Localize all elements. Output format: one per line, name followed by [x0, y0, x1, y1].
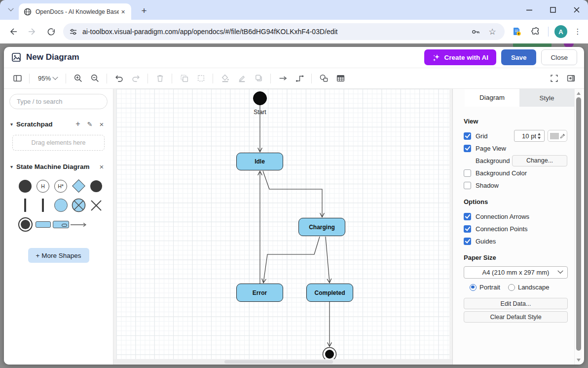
landscape-radio[interactable]: [508, 284, 515, 291]
guides-checkbox[interactable]: [464, 238, 471, 245]
state-error[interactable]: Error: [236, 284, 283, 302]
initial-state-node[interactable]: [254, 92, 267, 105]
edge-idle-to-charging[interactable]: [263, 171, 322, 217]
copy-style-icon[interactable]: [177, 71, 191, 86]
new-tab-button[interactable]: +: [137, 4, 151, 18]
shape-transition[interactable]: [70, 215, 87, 234]
reload-icon[interactable]: [43, 24, 59, 40]
close-button[interactable]: Close: [541, 49, 577, 65]
shape-fork[interactable]: [16, 196, 34, 215]
scratchpad-edit-icon[interactable]: ✎: [85, 119, 95, 129]
minimize-icon[interactable]: [525, 5, 534, 14]
shape-state[interactable]: [34, 215, 52, 234]
back-icon[interactable]: [5, 24, 21, 40]
elbow-connector-icon[interactable]: [292, 71, 307, 86]
shape-junction[interactable]: [87, 176, 105, 196]
password-key-icon[interactable]: [469, 25, 482, 38]
diagram-canvas[interactable]: Start Idle Charging Error Completed: [113, 89, 452, 365]
url-text[interactable]: ai-toolbox.visual-paradigm.com/app/opend…: [82, 28, 465, 36]
url-bar[interactable]: ai-toolbox.visual-paradigm.com/app/opend…: [63, 23, 505, 40]
shape-final-state[interactable]: [16, 215, 34, 234]
create-with-ai-button[interactable]: Create with AI: [424, 49, 496, 65]
grid-size-input[interactable]: [514, 132, 536, 140]
app-vertical-scrollbar[interactable]: [574, 89, 582, 365]
scroll-up-icon[interactable]: [577, 92, 581, 95]
select-marquee-icon[interactable]: [193, 71, 208, 86]
zoom-in-icon[interactable]: [71, 71, 85, 86]
shape-entry-point[interactable]: [52, 196, 70, 215]
shadow-checkbox[interactable]: [464, 182, 471, 189]
portrait-radio[interactable]: [470, 284, 477, 291]
caret-down-icon[interactable]: ▾: [10, 164, 13, 169]
scratchpad-header[interactable]: ▾ Scratchpad + ✎ ×: [4, 116, 113, 132]
clear-default-style-button[interactable]: Clear Default Style: [464, 311, 568, 323]
background-color-checkbox[interactable]: [464, 169, 471, 177]
edge-charging-to-completed[interactable]: [326, 237, 330, 283]
shape-section-header[interactable]: ▾ State Machine Diagram ×: [4, 159, 113, 174]
tab-style[interactable]: Style: [519, 89, 574, 107]
tab-search-button[interactable]: [4, 3, 17, 16]
scratchpad-add-icon[interactable]: +: [73, 119, 83, 129]
straight-connector-icon[interactable]: [275, 71, 290, 86]
caret-down-icon[interactable]: ▾: [10, 122, 13, 127]
fill-color-icon[interactable]: [218, 71, 232, 86]
browser-menu-icon[interactable]: ⋮: [571, 25, 584, 38]
stepper-up-icon[interactable]: [538, 133, 541, 135]
forward-icon[interactable]: [24, 24, 40, 40]
edit-data-button[interactable]: Edit Data...: [464, 298, 568, 309]
save-button[interactable]: Save: [501, 49, 537, 65]
background-change-button[interactable]: Change...: [512, 155, 567, 166]
toggle-sidebar-icon[interactable]: [10, 71, 25, 86]
undo-icon[interactable]: [111, 71, 126, 86]
redo-icon[interactable]: [128, 71, 143, 86]
paper-size-select[interactable]: A4 (210 mm x 297 mm): [464, 266, 568, 279]
stepper-down-icon[interactable]: [538, 137, 541, 139]
more-shapes-button[interactable]: + More Shapes: [28, 248, 89, 263]
state-charging[interactable]: Charging: [298, 218, 345, 236]
line-color-icon[interactable]: [234, 71, 249, 86]
shadow-icon[interactable]: [251, 71, 266, 86]
maximize-icon[interactable]: [549, 5, 557, 14]
shape-submachine-state[interactable]: [52, 215, 70, 234]
tab-close-icon[interactable]: ×: [119, 7, 127, 16]
connection-points-checkbox[interactable]: [464, 225, 471, 233]
zoom-out-icon[interactable]: [87, 71, 102, 86]
shape-choice[interactable]: [70, 176, 87, 196]
shape-join[interactable]: [34, 196, 52, 215]
fullscreen-icon[interactable]: [547, 71, 561, 86]
insert-table-icon[interactable]: [333, 71, 348, 86]
search-input[interactable]: [9, 94, 108, 109]
state-idle[interactable]: Idle: [236, 153, 283, 170]
shape-initial-state[interactable]: [16, 176, 34, 196]
scratchpad-close-icon[interactable]: ×: [97, 119, 107, 129]
grid-checkbox[interactable]: [464, 132, 471, 140]
final-state-node[interactable]: [325, 350, 334, 359]
shape-shallow-history[interactable]: H: [34, 176, 52, 196]
extensions-puzzle-icon[interactable]: [528, 24, 543, 39]
edge-charging-to-error[interactable]: [263, 237, 320, 283]
toggle-right-panel-icon[interactable]: [563, 71, 578, 86]
close-window-icon[interactable]: [572, 5, 581, 14]
profile-avatar[interactable]: A: [554, 25, 567, 38]
state-completed[interactable]: Completed: [306, 284, 353, 302]
connection-arrows-checkbox[interactable]: [464, 213, 471, 220]
grid-size-stepper[interactable]: [538, 133, 541, 139]
shape-exit-point[interactable]: [70, 196, 87, 215]
scroll-down-icon[interactable]: [577, 359, 581, 362]
shape-section-close-icon[interactable]: ×: [97, 162, 107, 171]
delete-icon[interactable]: [152, 71, 167, 86]
site-settings-icon[interactable]: [69, 28, 77, 36]
tab-diagram[interactable]: Diagram: [465, 89, 519, 107]
page-view-checkbox[interactable]: [464, 145, 471, 152]
shape-deep-history[interactable]: H*: [52, 176, 70, 196]
hscrollbar-thumb[interactable]: [224, 360, 333, 364]
scratchpad-dropzone[interactable]: Drag elements here: [12, 135, 105, 151]
vscrollbar-thumb[interactable]: [576, 97, 581, 351]
docs-extension-icon[interactable]: [510, 24, 524, 39]
grid-color-button[interactable]: [548, 130, 567, 142]
zoom-level-dropdown[interactable]: 95%: [38, 75, 57, 82]
shape-terminate[interactable]: [87, 196, 105, 215]
canvas-horizontal-scrollbar[interactable]: [113, 359, 452, 365]
browser-tab[interactable]: OpenDocs - AI Knowledge Base ×: [19, 3, 131, 20]
bookmark-star-icon[interactable]: ☆: [486, 25, 499, 38]
